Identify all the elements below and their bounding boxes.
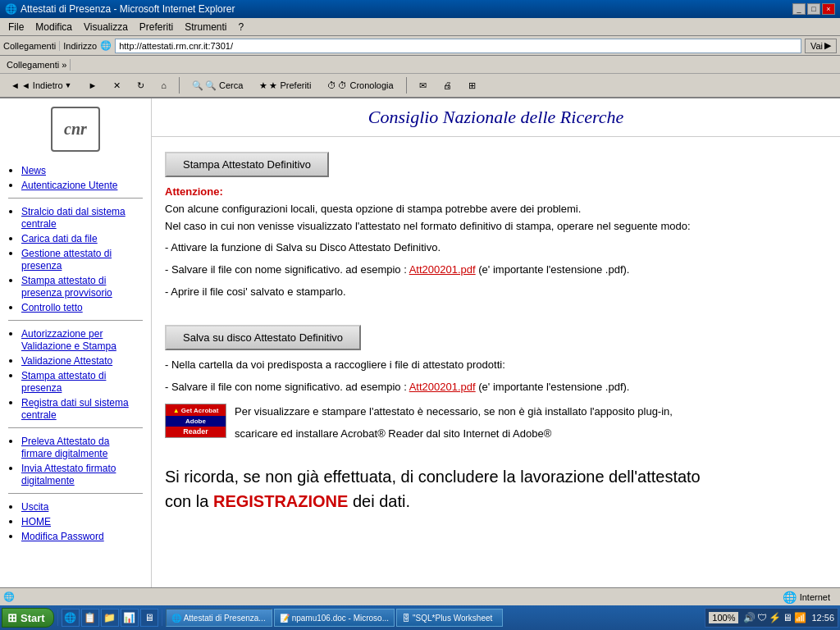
big-note-pre: Si ricorda, se non già effettuata, di co… bbox=[165, 468, 701, 486]
bullet3-text: - Aprire il file cosi' salvato e stampar… bbox=[165, 284, 827, 301]
bullet4-text: - Nella cartella da voi predisposta a ra… bbox=[165, 357, 827, 374]
vai-button[interactable]: Vai ▶ bbox=[805, 39, 837, 53]
back-dropdown-icon: ▼ bbox=[65, 81, 72, 89]
mail-button[interactable]: ✉ bbox=[413, 75, 432, 95]
nav-validazione[interactable]: Validazione Attestato bbox=[21, 355, 112, 367]
sidebar-divider-1 bbox=[8, 198, 143, 199]
menu-modifica[interactable]: Modifica bbox=[30, 20, 77, 34]
acrobat-description: Per visualizzare e stampare l'attestato … bbox=[235, 404, 673, 448]
print-button[interactable]: 🖨 bbox=[437, 75, 458, 95]
window-title: Attestati di Presenza - Microsoft Intern… bbox=[21, 3, 235, 15]
menu-visualizza[interactable]: Visualizza bbox=[79, 20, 133, 34]
restore-button[interactable]: □ bbox=[807, 3, 820, 15]
content-body: Stampa Attestato Definitivo Attenzione: … bbox=[152, 137, 840, 522]
acrobat-line1: Per visualizzare e stampare l'attestato … bbox=[235, 404, 673, 421]
bullet1-text: - Attivare la funzione di Salva su Disco… bbox=[165, 240, 827, 257]
links-label: Collegamenti bbox=[3, 41, 60, 51]
content-title: Consiglio Nazionale delle Ricerche bbox=[160, 107, 832, 128]
options-icon: ⊞ bbox=[468, 80, 476, 91]
para2-text: Nel caso in cui non venisse visualizzato… bbox=[165, 220, 691, 232]
title-bar: 🌐 Attestati di Presenza - Microsoft Inte… bbox=[0, 0, 840, 18]
favorites-button[interactable]: ★ ★ Preferiti bbox=[253, 75, 317, 95]
nav-stampa-att[interactable]: Stampa attestato di presenza bbox=[21, 370, 106, 394]
menu-bar: File Modifica Visualizza Preferiti Strum… bbox=[0, 18, 840, 36]
nav-controllo[interactable]: Controllo tetto bbox=[21, 302, 83, 313]
salva-disco-button[interactable]: Salva su disco Attestato Definitivo bbox=[165, 325, 361, 350]
nav-separator-1 bbox=[179, 77, 180, 94]
options-button[interactable]: ⊞ bbox=[463, 75, 482, 95]
refresh-button[interactable]: ↻ bbox=[131, 75, 150, 95]
home-button[interactable]: ⌂ bbox=[155, 75, 172, 95]
sidebar-divider-4 bbox=[8, 493, 143, 494]
nav-stampa-prov[interactable]: Stampa attestato di presenza provvisorio bbox=[21, 275, 112, 299]
forward-button[interactable]: ► bbox=[82, 75, 103, 95]
acrobat-adobe-label: Adobe bbox=[185, 418, 206, 425]
attention-label: Attenzione: bbox=[165, 185, 223, 198]
nav-group-1: News Autenticazione Utente bbox=[8, 164, 143, 191]
nav-toolbar: ◄ ◄ Indietro ▼ ► ✕ ↻ ⌂ 🔍 🔍 Cerca ★ ★ Pre… bbox=[0, 74, 840, 98]
cnr-logo: cnr bbox=[51, 107, 100, 152]
search-button[interactable]: 🔍 🔍 Cerca bbox=[186, 75, 249, 95]
sidebar-logo: cnr bbox=[8, 107, 143, 152]
big-note-mid: con la bbox=[165, 492, 213, 510]
address-input[interactable] bbox=[115, 39, 801, 53]
nav-uscita[interactable]: Uscita bbox=[21, 501, 48, 513]
nav-registra[interactable]: Registra dati sul sistema centrale bbox=[21, 397, 129, 421]
acrobat-icon[interactable]: ▲ Get Acrobat Adobe Reader bbox=[165, 404, 226, 438]
big-note-post: dei dati. bbox=[348, 492, 410, 510]
refresh-icon: ↻ bbox=[137, 80, 144, 91]
nav-home[interactable]: HOME bbox=[21, 516, 51, 527]
nav-gestione[interactable]: Gestione attestato di presenza bbox=[21, 248, 112, 272]
bullet2-text: - Salvare il file con nome significativo… bbox=[165, 262, 827, 279]
nav-preleva[interactable]: Preleva Attestato da firmare digitalment… bbox=[21, 436, 109, 459]
nav-news[interactable]: News bbox=[21, 165, 46, 176]
menu-strumenti[interactable]: Strumenti bbox=[180, 20, 231, 34]
search-icon: 🔍 bbox=[192, 80, 203, 91]
stampa-definitivo-button[interactable]: Stampa Attestato Definitivo bbox=[165, 152, 329, 177]
stop-icon: ✕ bbox=[113, 80, 121, 91]
links-bar-label: Collegamenti » bbox=[3, 59, 71, 71]
minimize-button[interactable]: _ bbox=[792, 3, 806, 15]
address-bar: Collegamenti Indirizzo 🌐 Vai ▶ bbox=[0, 36, 840, 56]
nav-autenticazione[interactable]: Autenticazione Utente bbox=[21, 180, 117, 191]
nav-group-3: Autorizzazione per Validazione e Stampa … bbox=[8, 327, 143, 421]
get-acrobat-label: ▲ Get Acrobat bbox=[166, 405, 226, 416]
history-button[interactable]: ⏱ ⏱ Cronologia bbox=[322, 75, 399, 95]
vai-label: Vai bbox=[810, 41, 823, 51]
back-button[interactable]: ◄ ◄ Indietro ▼ bbox=[5, 75, 77, 95]
content-header: Consiglio Nazionale delle Ricerche bbox=[152, 98, 840, 137]
nav-stralcio[interactable]: Stralcio dati dal sistema centrale bbox=[21, 206, 126, 230]
menu-file[interactable]: File bbox=[3, 20, 29, 34]
links-bar: Collegamenti » bbox=[0, 56, 840, 74]
nav-password[interactable]: Modifica Password bbox=[21, 531, 104, 542]
stop-button[interactable]: ✕ bbox=[107, 75, 126, 95]
nav-group-4: Preleva Attestato da firmare digitalment… bbox=[8, 435, 143, 486]
mail-icon: ✉ bbox=[419, 80, 427, 91]
content-area: Consiglio Nazionale delle Ricerche Stamp… bbox=[152, 98, 840, 587]
nav-carica[interactable]: Carica dati da file bbox=[21, 233, 98, 244]
sidebar: cnr News Autenticazione Utente Stralcio … bbox=[0, 98, 152, 587]
acrobat-section: ▲ Get Acrobat Adobe Reader Per visualizz… bbox=[165, 404, 827, 448]
history-icon: ⏱ bbox=[327, 80, 336, 90]
nav-group-5: Uscita HOME Modifica Password bbox=[8, 500, 143, 542]
nav-invia[interactable]: Invia Attestato firmato digitalmente bbox=[21, 463, 116, 486]
back-icon: ◄ bbox=[11, 80, 20, 90]
nav-group-2: Stralcio dati dal sistema centrale Caric… bbox=[8, 205, 143, 313]
main-layout: cnr News Autenticazione Utente Stralcio … bbox=[0, 98, 840, 587]
big-note: Si ricorda, se non già effettuata, di co… bbox=[165, 464, 827, 514]
att-link-2[interactable]: Att200201.pdf bbox=[409, 381, 476, 393]
vai-arrow-icon: ▶ bbox=[824, 40, 831, 51]
close-button[interactable]: × bbox=[822, 3, 835, 15]
attention-paragraph: Attenzione: Con alcune configurazioni lo… bbox=[165, 184, 827, 235]
print-icon: 🖨 bbox=[443, 80, 452, 90]
page-icon: 🌐 bbox=[100, 40, 112, 51]
menu-help[interactable]: ? bbox=[234, 20, 249, 34]
acrobat-reader-label: Reader bbox=[183, 427, 208, 436]
home-icon: ⌂ bbox=[161, 80, 167, 90]
att-link-1[interactable]: Att200201.pdf bbox=[409, 263, 476, 276]
menu-preferiti[interactable]: Preferiti bbox=[135, 20, 178, 34]
nav-autorizzazione[interactable]: Autorizzazione per Validazione e Stampa bbox=[21, 328, 116, 352]
bullet5-text: - Salvare il file con nome significativo… bbox=[165, 379, 827, 396]
sidebar-divider-2 bbox=[8, 320, 143, 321]
para1-text: Con alcune configurazioni locali, questa… bbox=[165, 203, 581, 215]
